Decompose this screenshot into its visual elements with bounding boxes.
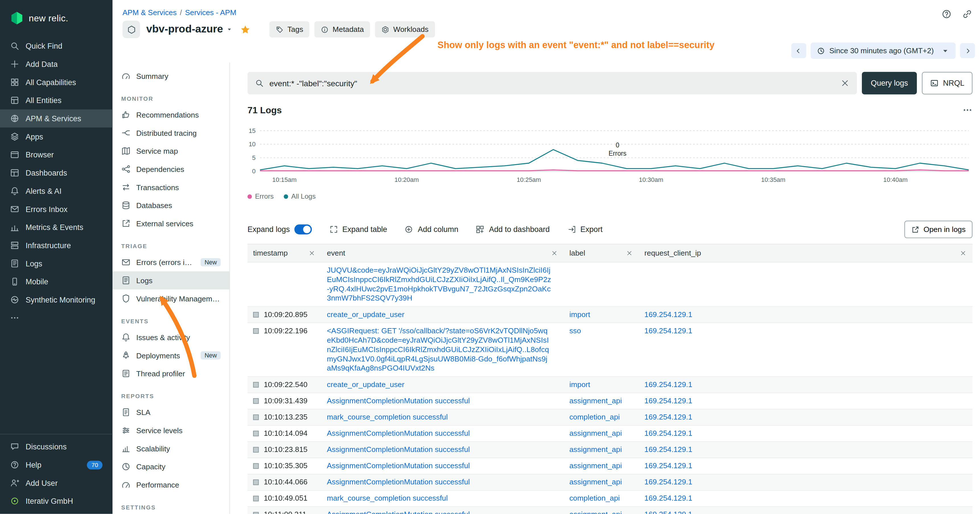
log-row[interactable]: 10:10:49.051mark_course_completion succe… bbox=[248, 491, 973, 507]
log-row[interactable]: 10:10:44.066AssignmentCompletionMutation… bbox=[248, 474, 973, 491]
entity-sidebar-item-service-levels[interactable]: Service levels bbox=[112, 421, 229, 439]
sidebar-item-logs[interactable]: Logs bbox=[0, 255, 112, 273]
log-event-link[interactable]: AssignmentCompletionMutation successful bbox=[327, 510, 470, 514]
log-ip-link[interactable]: 169.254.129.1 bbox=[644, 413, 692, 422]
sidebar-item-apm-services[interactable]: APM & Services bbox=[0, 109, 112, 127]
log-label-link[interactable]: assignment_api bbox=[570, 461, 622, 470]
entity-sidebar-item-databases[interactable]: Databases bbox=[112, 196, 229, 215]
entity-sidebar-item-summary[interactable]: Summary bbox=[112, 67, 229, 85]
sidebar-item-help[interactable]: Help70 bbox=[0, 456, 112, 474]
sidebar-item-add-data[interactable]: Add Data bbox=[0, 55, 112, 73]
entity-sidebar-item-scalability[interactable]: Scalability bbox=[112, 439, 229, 458]
entity-sidebar-item-vulnerability-management[interactable]: Vulnerability Management bbox=[112, 290, 229, 308]
entity-name[interactable]: vbv-prod-azure bbox=[146, 23, 223, 36]
logo-row[interactable]: new relic. bbox=[0, 0, 112, 28]
log-event-link[interactable]: mark_course_completion successful bbox=[327, 494, 448, 503]
entity-sidebar-item-transactions[interactable]: Transactions bbox=[112, 178, 229, 196]
sidebar-item-infrastructure[interactable]: Infrastructure bbox=[0, 236, 112, 255]
entity-caret-icon[interactable] bbox=[226, 26, 232, 32]
log-label-link[interactable]: import bbox=[570, 380, 590, 389]
log-label-link[interactable]: assignment_api bbox=[570, 477, 622, 486]
expand-table-button[interactable]: Expand table bbox=[329, 225, 387, 234]
log-label-link[interactable]: sso bbox=[570, 326, 581, 335]
log-event-link[interactable]: AssignmentCompletionMutation successful bbox=[327, 445, 470, 454]
entity-sidebar-item-performance[interactable]: Performance bbox=[112, 476, 229, 494]
open-in-logs-button[interactable]: Open in logs bbox=[904, 221, 972, 238]
log-row[interactable]: 10:11:00.311AssignmentCompletionMutation… bbox=[248, 507, 973, 514]
sidebar-item-apps[interactable]: Apps bbox=[0, 127, 112, 146]
log-ip-link[interactable]: 169.254.129.1 bbox=[644, 326, 692, 335]
entity-sidebar-item-distributed-tracing[interactable]: Distributed tracing bbox=[112, 124, 229, 142]
entity-sidebar-item-errors-errors-inb[interactable]: Errors (errors inb...New bbox=[112, 253, 229, 272]
metadata-chip[interactable]: Metadata bbox=[315, 21, 370, 38]
log-label-link[interactable]: completion_api bbox=[570, 494, 620, 503]
sidebar-item-all-entities[interactable]: All Entities bbox=[0, 91, 112, 110]
favorite-star-icon[interactable] bbox=[240, 24, 250, 35]
log-event-link[interactable]: JUQVU&code=eyJraWQiOiJjcGltY29yZV8wOTl1M… bbox=[327, 266, 551, 302]
entity-sidebar-item-external-services[interactable]: External services bbox=[112, 214, 229, 232]
log-event-link[interactable]: AssignmentCompletionMutation successful bbox=[327, 477, 470, 486]
column-header-request-client-ip[interactable]: request_client_ip bbox=[639, 245, 973, 262]
expand-logs-toggle[interactable] bbox=[294, 224, 312, 234]
remove-column-icon[interactable] bbox=[960, 250, 966, 256]
log-event-link[interactable]: create_or_update_user bbox=[327, 380, 405, 389]
logs-more-menu-icon[interactable] bbox=[963, 105, 972, 115]
breadcrumb-link-apm-services[interactable]: APM & Services bbox=[123, 8, 177, 17]
sidebar-item-discussions[interactable]: Discussions bbox=[0, 438, 112, 456]
legend-errors[interactable]: Errors bbox=[248, 193, 274, 200]
sidebar-item-iterativ-gmbh[interactable]: Iterativ GmbH bbox=[0, 492, 112, 510]
log-event-link[interactable]: <ASGIRequest: GET '/sso/callback/?state=… bbox=[327, 326, 549, 373]
entity-sidebar-item-recommendations[interactable]: Recommendations bbox=[112, 106, 229, 124]
log-ip-link[interactable]: 169.254.129.1 bbox=[644, 494, 692, 503]
column-header-timestamp[interactable]: timestamp bbox=[248, 245, 321, 262]
log-row[interactable]: 10:09:22.196<ASGIRequest: GET '/sso/call… bbox=[248, 323, 973, 377]
time-picker[interactable]: Since 30 minutes ago (GMT+2) bbox=[811, 42, 956, 59]
log-row[interactable]: 10:09:31.439AssignmentCompletionMutation… bbox=[248, 393, 973, 409]
entity-sidebar-item-sla[interactable]: SLA bbox=[112, 403, 229, 422]
log-event-link[interactable]: AssignmentCompletionMutation successful bbox=[327, 429, 470, 438]
log-query-input[interactable] bbox=[269, 78, 835, 88]
add-column-button[interactable]: Add column bbox=[405, 225, 458, 234]
remove-column-icon[interactable] bbox=[309, 250, 315, 256]
time-back-button[interactable] bbox=[791, 43, 806, 58]
log-label-link[interactable]: assignment_api bbox=[570, 396, 622, 405]
log-label-link[interactable]: assignment_api bbox=[570, 429, 622, 438]
log-row[interactable]: 10:10:23.815AssignmentCompletionMutation… bbox=[248, 442, 973, 458]
help-icon[interactable] bbox=[941, 9, 952, 19]
log-row[interactable]: 10:10:13.235mark_course_completion succe… bbox=[248, 409, 973, 426]
log-event-link[interactable]: create_or_update_user bbox=[327, 310, 405, 319]
log-event-link[interactable]: AssignmentCompletionMutation successful bbox=[327, 396, 470, 405]
entity-sidebar-item-dependencies[interactable]: Dependencies bbox=[112, 160, 229, 178]
add-to-dashboard-button[interactable]: Add to dashboard bbox=[476, 225, 549, 234]
entity-sidebar-item-issues-activity[interactable]: Issues & activity bbox=[112, 328, 229, 346]
entity-sidebar-item-deployments[interactable]: DeploymentsNew bbox=[112, 346, 229, 364]
column-header-event[interactable]: event bbox=[321, 245, 564, 262]
permalink-icon[interactable] bbox=[962, 9, 972, 19]
entity-sidebar-item-service-map[interactable]: Service map bbox=[112, 142, 229, 160]
sidebar-item-add-user[interactable]: Add User bbox=[0, 474, 112, 492]
search-box[interactable] bbox=[248, 72, 857, 94]
log-row[interactable]: 10:10:14.094AssignmentCompletionMutation… bbox=[248, 426, 973, 442]
log-row[interactable]: JUQVU&code=eyJraWQiOiJjcGltY29yZV8wOTl1M… bbox=[248, 263, 973, 307]
log-row[interactable]: 10:10:35.305AssignmentCompletionMutation… bbox=[248, 458, 973, 474]
log-row[interactable]: 10:09:20.895create_or_update_userimport1… bbox=[248, 307, 973, 323]
sidebar-item-more[interactable] bbox=[0, 309, 112, 327]
log-ip-link[interactable]: 169.254.129.1 bbox=[644, 477, 692, 486]
sidebar-item-errors-inbox[interactable]: Errors Inbox bbox=[0, 200, 112, 218]
clear-query-icon[interactable] bbox=[841, 79, 850, 88]
sidebar-item-mobile[interactable]: Mobile bbox=[0, 273, 112, 291]
entity-sidebar-item-capacity[interactable]: Capacity bbox=[112, 458, 229, 476]
remove-column-icon[interactable] bbox=[626, 250, 633, 256]
log-ip-link[interactable]: 169.254.129.1 bbox=[644, 380, 692, 389]
entity-sidebar-item-thread-profiler[interactable]: Thread profiler bbox=[112, 364, 229, 383]
remove-column-icon[interactable] bbox=[551, 250, 557, 256]
log-ip-link[interactable]: 169.254.129.1 bbox=[644, 445, 692, 454]
sidebar-item-browser[interactable]: Browser bbox=[0, 146, 112, 164]
log-ip-link[interactable]: 169.254.129.1 bbox=[644, 461, 692, 470]
sidebar-item-metrics-events[interactable]: Metrics & Events bbox=[0, 218, 112, 237]
log-event-link[interactable]: AssignmentCompletionMutation successful bbox=[327, 461, 470, 470]
log-ip-link[interactable]: 169.254.129.1 bbox=[644, 429, 692, 438]
log-label-link[interactable]: assignment_api bbox=[570, 445, 622, 454]
log-row[interactable]: 10:09:22.540create_or_update_userimport1… bbox=[248, 377, 973, 393]
entity-sidebar-item-logs[interactable]: Logs bbox=[112, 271, 229, 290]
